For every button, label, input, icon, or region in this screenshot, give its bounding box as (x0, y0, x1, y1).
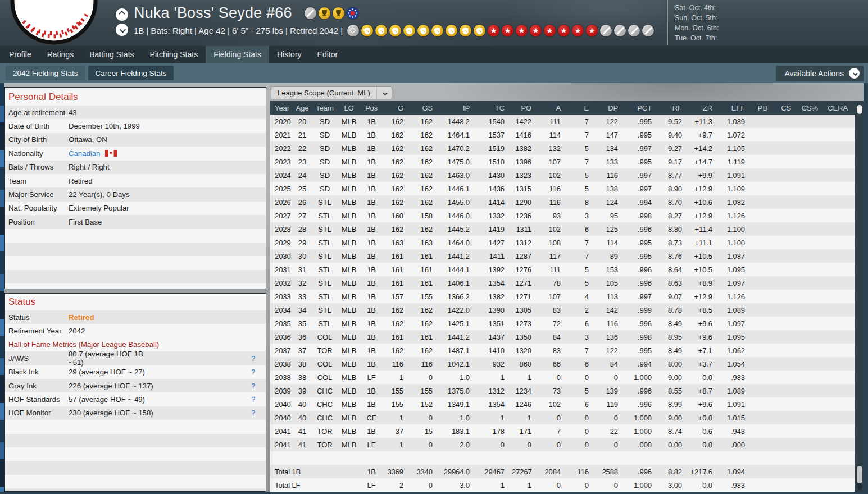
detail-label: Nat. Popularity (5, 204, 69, 212)
stat-cell: 9.27 (659, 144, 689, 153)
help-link[interactable]: ? (251, 368, 266, 376)
stat-cell: 1475.0 (440, 158, 477, 166)
stat-cell: 0 (568, 373, 596, 382)
stat-cell: 1.082 (720, 198, 752, 207)
detail-label: Team (5, 177, 69, 185)
tab-fielding-stats[interactable]: Fielding Stats (206, 46, 269, 63)
chevron-down-icon (383, 90, 387, 95)
stat-cell: 8.90 (659, 185, 689, 193)
detail-value[interactable]: Canadian (69, 149, 100, 158)
stat-cell: 116 (596, 171, 625, 180)
empty-row (5, 447, 266, 461)
stat-cell: 1441.2 (440, 252, 477, 260)
total-label: Total 1B (270, 468, 360, 476)
detail-value: December 10th, 1999 (69, 122, 266, 130)
stat-cell: 124 (596, 198, 625, 207)
stat-cell: STL (312, 292, 338, 301)
stat-cell: 155 (411, 292, 440, 301)
stat-cell: 1444.1 (440, 266, 477, 274)
stat-cell: 93 (539, 212, 568, 220)
stat-cell: 2033 (270, 292, 293, 301)
gold-glove-icon (389, 25, 401, 36)
stat-cell: MLB (338, 373, 360, 382)
stat-cell: 8.99 (659, 400, 689, 409)
total-cell: 29467 (477, 468, 512, 476)
table-header-row: YearAgeTeamLGPosGGSIPTCPOAEDPPCTRFZREFFP… (270, 101, 855, 115)
tab-pitching-stats[interactable]: Pitching Stats (142, 46, 206, 63)
stat-cell: 116 (539, 198, 568, 207)
stat-cell: TOR (312, 346, 338, 355)
column-header-rf: RF (659, 104, 689, 112)
stat-cell: 1.072 (720, 131, 752, 139)
scrollbar-thumb[interactable] (857, 105, 862, 114)
subtab-2042-fielding-stats[interactable]: 2042 Fielding Stats (6, 66, 85, 80)
column-header-gs: GS (411, 104, 440, 112)
stat-cell: 2025 (270, 185, 293, 193)
stat-cell: CF (360, 414, 383, 422)
stat-cell: 1320 (512, 346, 539, 355)
stat-cell: 6 (568, 360, 596, 368)
stat-cell: 7 (539, 427, 568, 436)
player-prev-button[interactable] (116, 8, 128, 21)
help-link[interactable]: ? (251, 409, 266, 417)
stats-row-2027-1b: 202727STLMLB1B1601581446.01332123693395.… (270, 209, 855, 222)
column-header-pb: PB (752, 104, 775, 112)
tab-ratings[interactable]: Ratings (39, 46, 81, 63)
stat-cell: 27 (293, 212, 312, 220)
stat-cell: 1B (360, 306, 383, 314)
stat-cell: 20 (293, 117, 312, 126)
stat-cell: 0 (596, 441, 625, 449)
detail-row: Retirement Year2042 (5, 324, 266, 337)
stat-cell: 1332 (477, 212, 512, 220)
stat-cell: 7 (568, 239, 596, 247)
tab-batting-stats[interactable]: Batting Stats (81, 46, 142, 63)
total-cell: 2588 (596, 468, 625, 476)
stat-cell: 1422 (512, 117, 539, 126)
detail-value: First Base (69, 218, 266, 226)
stat-cell: .996 (625, 387, 659, 395)
stat-cell: +8.9 (689, 279, 720, 287)
stats-row-2031-1b: 203131STLMLB1B1611611444.113921276111515… (270, 263, 855, 276)
stat-cell: 1464.0 (440, 239, 477, 247)
stat-cell: 1410 (477, 346, 512, 355)
help-link[interactable]: ? (251, 354, 266, 363)
stat-cell: 38 (293, 373, 312, 382)
stat-cell: SD (312, 144, 338, 153)
help-link[interactable]: ? (251, 395, 266, 404)
stat-cell: 102 (539, 171, 568, 180)
detail-label: Status (5, 313, 69, 322)
stat-cell: 1366.2 (440, 292, 477, 301)
stat-cell: 2027 (270, 212, 293, 220)
detail-row: Bats / ThrowsRight / Right (5, 161, 266, 174)
stat-cell: 24 (293, 171, 312, 180)
subtab-career-fielding-stats[interactable]: Career Fielding Stats (88, 66, 174, 80)
chevron-down-icon (853, 71, 857, 75)
stat-cell: MLB (338, 212, 360, 220)
award-icons-top-row (305, 7, 361, 19)
total-cell: 3.0 (440, 481, 477, 490)
stat-cell: +9.7 (689, 131, 720, 139)
stat-cell: MLB (338, 158, 360, 166)
stat-cell: 5 (568, 185, 596, 193)
stat-cell: 1396 (512, 158, 539, 166)
tab-editor[interactable]: Editor (310, 46, 346, 63)
table-scrollbar[interactable] (855, 101, 864, 492)
stat-cell: 133 (596, 158, 625, 166)
help-link[interactable]: ? (251, 382, 266, 390)
tab-history[interactable]: History (269, 46, 310, 63)
available-actions-button[interactable]: Available Actions (776, 66, 864, 81)
tab-profile[interactable]: Profile (1, 46, 39, 63)
stat-cell: COL (312, 360, 338, 368)
player-next-button[interactable] (116, 24, 128, 36)
available-actions-label: Available Actions (784, 69, 844, 78)
detail-value: Right / Right (69, 163, 266, 171)
stat-cell: 117 (539, 252, 568, 260)
stat-cell: 0 (477, 441, 512, 449)
stat-cell: 1437 (477, 333, 512, 341)
stat-cell: 7 (568, 346, 596, 355)
scrollbar-bottom-button[interactable] (856, 483, 862, 490)
league-scope-dropdown[interactable]: League Scope (Current: ML) (271, 87, 392, 99)
championship-ring-icon (347, 7, 358, 19)
stat-cell: .997 (625, 292, 659, 301)
stat-cell: 1B (360, 346, 383, 355)
